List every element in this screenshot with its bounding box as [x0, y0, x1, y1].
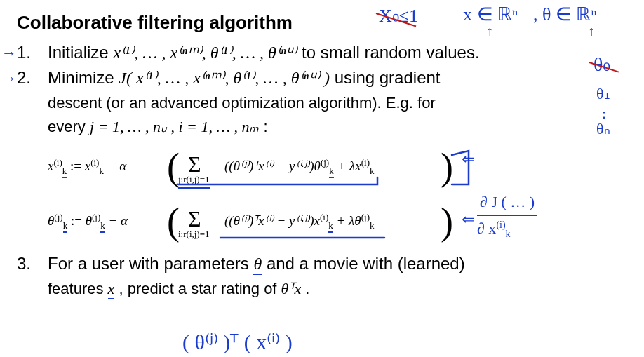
hand-partial-J: ∂ J ( … ) ∂ x(i)k	[477, 191, 537, 242]
step-2-line-c: every j = 1, … , nᵤ , i = 1, … , nₘ :	[48, 116, 627, 138]
hand-underline-theta	[48, 197, 483, 246]
hand-arrow-x: ⇐	[462, 148, 474, 170]
step-2-line-c-b: :	[259, 118, 267, 135]
step-2-text-b: using gradient	[330, 68, 440, 87]
step-1-text-a: Initialize	[48, 43, 113, 62]
update-rule-x: x(i)k := x(i)k − α ( ) Σ j:r(i,j)=1 ((θ⁽…	[48, 142, 627, 191]
update-rule-theta: θ(j)k := θ(j)k − α ( ) Σ i:r(i,j)=1 ((θ⁽…	[48, 197, 627, 246]
algorithm-steps: → 1. Initialize x⁽¹⁾, … , x⁽ⁿᵐ⁾, θ⁽¹⁾, ……	[17, 41, 627, 300]
step-3-line-b: features x , predict a star rating of θᵀ…	[48, 278, 627, 300]
slide-page: X₀≤1 x ∈ ℝⁿ , θ ∈ ℝⁿ ↑ ↑ θ₀ θ₁ : θₙ Coll…	[0, 0, 644, 357]
hand-note-x0-strike: X₀≤1	[379, 3, 418, 29]
step-2-text-a: Minimize	[48, 68, 119, 87]
s3b-b: , predict a star rating of	[114, 280, 281, 297]
hand-underline-x	[48, 142, 483, 191]
step-1-math: x⁽¹⁾, … , x⁽ⁿᵐ⁾, θ⁽¹⁾, … , θ⁽ⁿᵘ⁾	[113, 43, 297, 62]
step-1: → 1. Initialize x⁽¹⁾, … , x⁽ⁿᵐ⁾, θ⁽¹⁾, ……	[17, 41, 627, 65]
step-3-x: x	[108, 280, 115, 299]
step-3-theta: θ	[253, 255, 262, 275]
hand-up-arrow-1: ↑	[486, 21, 493, 41]
step-number: 3.	[17, 252, 31, 276]
step-2-math-J: J( x⁽¹⁾, … , x⁽ⁿᵐ⁾, θ⁽¹⁾, … , θ⁽ⁿᵘ⁾ )	[119, 69, 330, 87]
step-3-a: For a user with parameters	[48, 254, 253, 273]
step-2-line-c-math: j = 1, … , nᵤ , i = 1, … , nₘ	[90, 118, 260, 135]
step-number: 1.	[17, 41, 31, 65]
step-number: 2.	[17, 66, 31, 90]
hand-arrow-theta: ⇐	[462, 208, 474, 231]
s3b-c: .	[301, 280, 309, 297]
step-3-thetaTx: θᵀx	[281, 280, 302, 297]
step-3: 3. For a user with parameters θ and a mo…	[17, 252, 627, 300]
hand-bottom-thetaTx: ( θ⁽ʲ⁾ )ᵀ ( x⁽ⁱ⁾ )	[182, 327, 293, 357]
step-3-b: and a movie with (learned)	[262, 254, 464, 273]
step-2-line-c-a: every	[48, 118, 90, 135]
s3b-a: features	[48, 280, 108, 297]
step-2-line-b: descent (or an advanced optimization alg…	[48, 92, 627, 114]
hand-step-arrow-2: →	[1, 67, 17, 90]
step-1-text-b: to small random values.	[297, 43, 479, 62]
hand-step-arrow-1: →	[1, 42, 17, 65]
hand-up-arrow-2: ↑	[588, 21, 595, 41]
